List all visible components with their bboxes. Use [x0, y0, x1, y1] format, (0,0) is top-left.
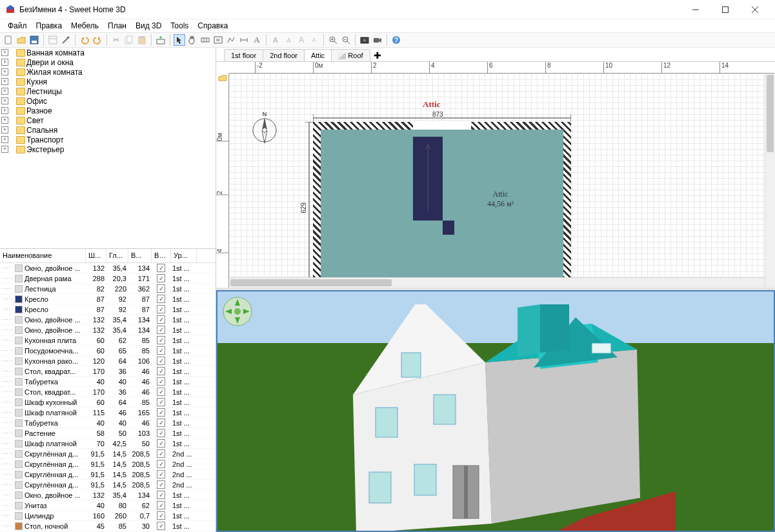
expand-icon[interactable]: +	[1, 117, 8, 124]
visible-checkbox[interactable]: ✓	[157, 377, 165, 386]
ruler-origin-icon[interactable]	[216, 74, 229, 83]
visible-checkbox[interactable]: ✓	[157, 480, 165, 489]
copy-icon[interactable]	[123, 34, 135, 46]
table-row[interactable]: ⋯⋯Окно, двойное ... 132 35,4 134 ✓ 1st .…	[0, 490, 216, 500]
expand-icon[interactable]: +	[1, 68, 8, 75]
menu-furniture[interactable]: Мебель	[67, 20, 103, 32]
furniture-header[interactable]: Наименование Ш... Гл... В... Вид... Ур..…	[0, 249, 216, 263]
catalog-item[interactable]: + Спальня	[0, 125, 216, 135]
table-row[interactable]: ⋯⋯Скруглённая д... 91,5 14,5 208,5 ✓ 2nd…	[0, 459, 216, 469]
col-level[interactable]: Ур...	[171, 249, 197, 262]
visible-checkbox[interactable]: ✓	[157, 470, 165, 478]
menu-tools[interactable]: Tools	[166, 20, 192, 32]
catalog-item[interactable]: + Кухня	[0, 77, 216, 86]
undo-icon[interactable]	[79, 34, 90, 46]
table-row[interactable]: ⋯⋯Шкаф платяной 115 46 165 ✓ 1st ...	[0, 408, 216, 418]
visible-checkbox[interactable]: ✓	[157, 264, 165, 272]
cut-icon[interactable]: ✂	[110, 34, 122, 46]
room-tool-icon[interactable]	[212, 34, 224, 46]
catalog-item[interactable]: + Лестницы	[0, 86, 216, 96]
table-row[interactable]: ⋯⋯Окно, двойное ... 132 35,4 134 ✓ 1st .…	[0, 325, 216, 335]
text-size-up-icon[interactable]: A	[296, 34, 307, 46]
polyline-tool-icon[interactable]	[225, 34, 237, 46]
table-row[interactable]: ⋯⋯Окно, двойное ... 132 35,4 134 ✓ 1st .…	[0, 263, 216, 273]
visible-checkbox[interactable]: ✓	[157, 429, 165, 437]
table-row[interactable]: ⋯⋯Кресло 87 92 87 ✓ 1st ...	[0, 304, 216, 315]
table-row[interactable]: ⋯⋯Окно, двойное ... 132 35,4 134 ✓ 1st .…	[0, 315, 216, 325]
col-width[interactable]: Ш...	[86, 249, 106, 262]
expand-icon[interactable]: +	[1, 59, 8, 66]
select-tool-icon[interactable]	[174, 34, 185, 46]
plan-view[interactable]: -20м2468101214 0м24 N Attic 873 629	[216, 62, 775, 290]
table-row[interactable]: ⋯⋯Кухонная рако... 120 64 106 ✓ 1st ...	[0, 356, 216, 366]
visible-checkbox[interactable]: ✓	[157, 274, 165, 282]
visible-checkbox[interactable]: ✓	[157, 305, 165, 313]
redo-icon[interactable]	[92, 34, 103, 46]
visible-checkbox[interactable]: ✓	[157, 439, 165, 448]
save-icon[interactable]	[28, 34, 40, 46]
catalog-tree[interactable]: + Ванная комната+ Двери и окна+ Жилая ко…	[0, 48, 216, 249]
catalog-item[interactable]: + Транспорт	[0, 135, 216, 144]
plan-scrollbar-v[interactable]	[765, 74, 775, 288]
stairwell[interactable]	[413, 137, 443, 221]
text-size-down-icon[interactable]: A	[308, 34, 320, 46]
visible-checkbox[interactable]: ✓	[157, 491, 165, 499]
table-row[interactable]: ⋯⋯Стол, ночной 45 85 30 ✓ 1st ...	[0, 521, 216, 531]
table-row[interactable]: ⋯⋯Кухонная плита 60 62 85 ✓ 1st ...	[0, 335, 216, 346]
wall-tool-icon[interactable]	[199, 34, 211, 46]
table-row[interactable]: ⋯⋯Скруглённая д... 91,5 14,5 208,5 ✓ 2nd…	[0, 480, 216, 490]
visible-checkbox[interactable]: ✓	[157, 315, 165, 324]
visible-checkbox[interactable]: ✓	[157, 388, 165, 396]
visible-checkbox[interactable]: ✓	[157, 398, 165, 406]
visible-checkbox[interactable]: ✓	[157, 408, 165, 417]
add-level-button[interactable]: ✚	[370, 50, 385, 61]
table-row[interactable]: ⋯⋯Шкаф кухонный 60 64 85 ✓ 1st ...	[0, 397, 216, 408]
tab-roof[interactable]: Roof	[331, 49, 370, 61]
menu-edit[interactable]: Правка	[32, 20, 66, 32]
tab-attic[interactable]: Attic	[304, 49, 332, 61]
table-row[interactable]: ⋯⋯Кресло 87 92 87 ✓ 1st ...	[0, 294, 216, 304]
table-row[interactable]: ⋯⋯Скруглённая д... 91,5 14,5 208,5 ✓ 2nd…	[0, 449, 216, 459]
settings-icon[interactable]	[60, 34, 72, 46]
help-icon[interactable]: ?	[390, 34, 402, 46]
visible-checkbox[interactable]: ✓	[157, 511, 165, 520]
catalog-item[interactable]: + Разное	[0, 106, 216, 115]
menu-file[interactable]: Файл	[4, 20, 31, 32]
menu-view3d[interactable]: Вид 3D	[132, 20, 165, 32]
col-height[interactable]: В...	[128, 249, 152, 262]
catalog-item[interactable]: + Двери и окна	[0, 57, 216, 67]
maximize-button[interactable]	[710, 0, 740, 19]
add-furniture-icon[interactable]	[155, 34, 166, 46]
visible-checkbox[interactable]: ✓	[157, 522, 165, 530]
table-row[interactable]: ⋯⋯Стол, квадрат... 170 36 46 ✓ 1st ...	[0, 387, 216, 397]
visible-checkbox[interactable]: ✓	[157, 449, 165, 458]
expand-icon[interactable]: +	[1, 146, 8, 153]
text-italic-icon[interactable]: A	[283, 34, 294, 46]
catalog-item[interactable]: + Ванная комната	[0, 48, 216, 57]
visible-checkbox[interactable]: ✓	[157, 367, 165, 375]
minimize-button[interactable]	[681, 0, 710, 19]
expand-icon[interactable]: +	[1, 97, 8, 104]
visible-checkbox[interactable]: ✓	[157, 419, 165, 427]
table-row[interactable]: ⋯⋯Цилиндр 160 260 0,7 ✓ 1st ...	[0, 511, 216, 521]
nav-rosette-icon[interactable]	[223, 297, 252, 326]
col-name[interactable]: Наименование	[0, 249, 86, 262]
paste-icon[interactable]	[136, 34, 148, 46]
text-bold-icon[interactable]: A	[270, 34, 281, 46]
close-button[interactable]	[740, 0, 770, 19]
col-depth[interactable]: Гл...	[106, 249, 128, 262]
table-row[interactable]: ⋯⋯Лестница 82 220 362 ✓ 1st ...	[0, 284, 216, 294]
catalog-item[interactable]: + Свет	[0, 115, 216, 125]
catalog-item[interactable]: + Жилая комната	[0, 67, 216, 77]
photo-icon[interactable]	[359, 34, 370, 46]
catalog-item[interactable]: + Офис	[0, 96, 216, 106]
preferences-icon[interactable]	[47, 34, 59, 46]
tab-1st-floor[interactable]: 1st floor	[224, 49, 263, 61]
visible-checkbox[interactable]: ✓	[157, 336, 165, 344]
visible-checkbox[interactable]: ✓	[157, 326, 165, 334]
table-row[interactable]: ⋯⋯Шкаф платяной 70 42,5 50 ✓ 1st ...	[0, 438, 216, 449]
visible-checkbox[interactable]: ✓	[157, 284, 165, 293]
zoom-in-icon[interactable]	[327, 34, 339, 46]
catalog-item[interactable]: + Экстерьер	[0, 144, 216, 154]
view-3d[interactable]	[216, 290, 775, 532]
